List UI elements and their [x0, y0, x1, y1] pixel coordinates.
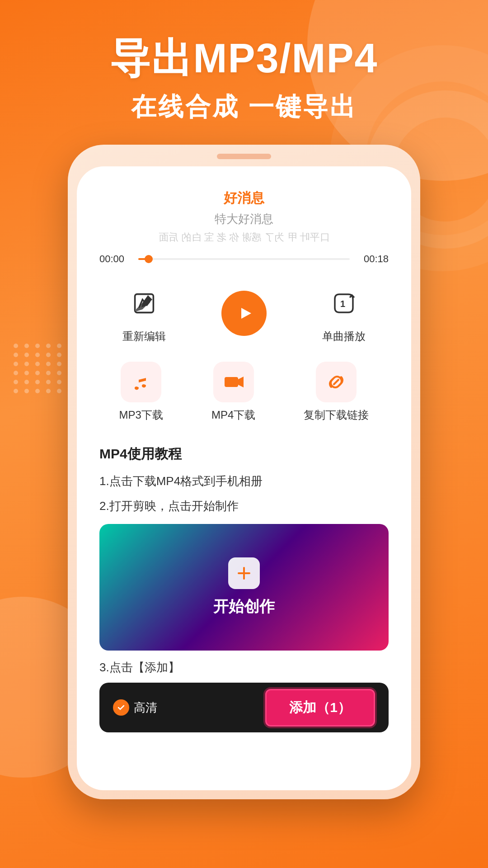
news-subtitle: 特大好消息 — [95, 211, 393, 227]
mp4-download-label: MP4下载 — [211, 408, 255, 422]
tutorial-section: MP4使用教程 1.点击下载MP4格式到手机相册 2.打开剪映，点击开始制作 开… — [95, 445, 393, 732]
play-icon — [234, 303, 254, 323]
dots-pattern — [14, 344, 63, 393]
video-create-btn — [228, 557, 260, 589]
main-title: 导出MP3/MP4 — [27, 36, 461, 81]
single-play-label: 单曲播放 — [322, 329, 366, 344]
phone-screen: 好消息 特大好消息 口平叶 甲 为了 感谢 你 老 宝 白的 后面 00:00 … — [77, 166, 411, 790]
single-play-icon-wrap: 1 — [324, 283, 364, 324]
hd-label: 高清 — [134, 700, 157, 716]
svg-rect-3 — [225, 377, 238, 387]
action-row-1: 重新编辑 — [95, 283, 393, 344]
time-end: 00:18 — [357, 253, 389, 265]
video-thumbnail[interactable]: 开始创作 — [99, 524, 389, 651]
news-content: 口平叶 甲 为了 感谢 你 老 宝 白的 后面 — [95, 231, 393, 244]
single-play-action[interactable]: 1 单曲播放 — [322, 283, 366, 344]
svg-text:1: 1 — [340, 299, 345, 309]
tutorial-step-1: 1.点击下载MP4格式到手机相册 — [99, 472, 389, 490]
play-action[interactable] — [221, 291, 267, 336]
time-start: 00:00 — [99, 253, 131, 265]
tutorial-title: MP4使用教程 — [99, 445, 389, 463]
video-create-label: 开始创作 — [213, 596, 275, 617]
video-icon — [222, 371, 245, 393]
tutorial-step-2: 2.打开剪映，点击开始制作 — [99, 497, 389, 515]
svg-marker-4 — [238, 377, 244, 387]
play-icon-wrap — [221, 291, 267, 336]
header-section: 导出MP3/MP4 在线合成 一键导出 — [0, 0, 488, 142]
check-icon — [117, 703, 126, 712]
progress-bar-container[interactable]: 00:00 00:18 — [95, 253, 393, 265]
hd-badge: 高清 — [113, 699, 157, 716]
add-button[interactable]: 添加（1） — [265, 689, 375, 726]
download-row: MP3下载 MP4下载 — [95, 362, 393, 422]
sub-title: 在线合成 一键导出 — [27, 90, 461, 124]
news-title: 好消息 — [95, 189, 393, 208]
mp3-icon-bg — [121, 362, 161, 402]
edit-action[interactable]: 重新编辑 — [122, 283, 166, 344]
hd-check-icon — [113, 699, 129, 716]
copy-link[interactable]: 复制下载链接 — [304, 362, 369, 422]
copy-link-icon-bg — [316, 362, 357, 402]
mp3-download[interactable]: MP3下载 — [119, 362, 163, 422]
phone-outer: 好消息 特大好消息 口平叶 甲 为了 感谢 你 老 宝 白的 后面 00:00 … — [68, 145, 420, 799]
phone-notch — [217, 154, 271, 159]
screen-content: 好消息 特大好消息 口平叶 甲 为了 感谢 你 老 宝 白的 后面 00:00 … — [77, 166, 411, 746]
tutorial-step-3: 3.点击【添加】 — [99, 660, 389, 675]
plus-icon — [235, 564, 253, 582]
repeat-one-icon: 1 — [330, 290, 357, 317]
edit-icon — [131, 290, 158, 317]
mp3-download-label: MP3下载 — [119, 408, 163, 422]
music-icon — [130, 371, 152, 393]
edit-label: 重新编辑 — [122, 329, 166, 344]
progress-dot — [145, 255, 153, 263]
edit-icon-wrap — [124, 283, 164, 324]
copy-link-label: 复制下载链接 — [304, 408, 369, 422]
link-icon — [325, 371, 347, 393]
add-bar: 高清 添加（1） — [99, 683, 389, 732]
progress-track[interactable] — [138, 258, 350, 260]
svg-marker-1 — [241, 308, 251, 319]
mp4-icon-bg — [213, 362, 254, 402]
mp4-download[interactable]: MP4下载 — [211, 362, 255, 422]
phone-mockup: 好消息 特大好消息 口平叶 甲 为了 感谢 你 老 宝 白的 后面 00:00 … — [68, 145, 420, 799]
